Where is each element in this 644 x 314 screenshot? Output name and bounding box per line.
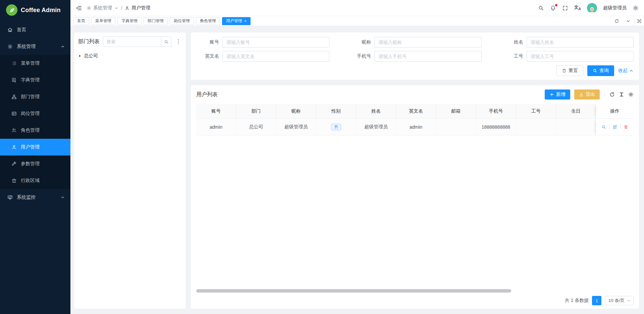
refresh-icon[interactable] bbox=[611, 16, 623, 26]
user-icon bbox=[125, 6, 129, 10]
column-header[interactable]: 手机号 bbox=[476, 104, 516, 119]
user-icon bbox=[11, 144, 17, 150]
nickname-input[interactable] bbox=[374, 37, 481, 48]
download-icon bbox=[579, 92, 584, 97]
tab-menu-mgmt[interactable]: 菜单管理 bbox=[91, 17, 115, 25]
column-header[interactable]: 邮箱 bbox=[436, 104, 476, 119]
avatar[interactable] bbox=[587, 3, 597, 13]
tab-role-mgmt[interactable]: 角色管理 bbox=[196, 17, 220, 25]
tabbar: 首页 菜单管理 字典管理 部门管理 岗位管理 角色管理 用户管理 × bbox=[70, 16, 644, 26]
column-header[interactable]: 工号 bbox=[516, 104, 556, 119]
collapse-toggle[interactable]: 收起 bbox=[618, 68, 634, 74]
table-refresh-icon[interactable] bbox=[609, 92, 615, 97]
more-options-icon[interactable]: ⋮ bbox=[175, 39, 182, 45]
edit-icon[interactable] bbox=[612, 125, 617, 129]
english-name-input[interactable] bbox=[222, 51, 329, 62]
column-header[interactable]: 生日 bbox=[556, 104, 596, 119]
sidebar-item-label: 部门管理 bbox=[21, 94, 40, 100]
tab-dept-mgmt[interactable]: 部门管理 bbox=[144, 17, 168, 25]
cell-email bbox=[436, 119, 476, 135]
wrench-icon bbox=[11, 161, 17, 167]
page-number-button[interactable]: 1 bbox=[592, 296, 601, 305]
chevron-down-icon bbox=[627, 299, 631, 303]
query-button[interactable]: 查询 bbox=[587, 65, 614, 76]
topbar: 系统管理 / 用户管理 文 bbox=[70, 0, 644, 16]
caret-right-icon[interactable] bbox=[78, 54, 82, 58]
user-list-title: 用户列表 bbox=[196, 91, 218, 98]
tab-home[interactable]: 首页 bbox=[73, 17, 89, 25]
column-header[interactable]: 性别 bbox=[316, 104, 356, 119]
trash-icon bbox=[562, 68, 567, 73]
add-user-button[interactable]: 新增 bbox=[545, 89, 570, 100]
query-label: 查询 bbox=[599, 68, 609, 74]
search-icon[interactable] bbox=[538, 5, 544, 11]
column-header[interactable]: 账号 bbox=[196, 104, 236, 119]
sidebar-item-menu-mgmt[interactable]: 菜单管理 bbox=[0, 55, 70, 72]
name-input[interactable] bbox=[527, 37, 634, 48]
field-label: 账号 bbox=[196, 39, 222, 45]
cell-english-name: admin bbox=[396, 119, 436, 135]
breadcrumb-separator: / bbox=[121, 5, 122, 11]
sidebar-item-home[interactable]: 首页 bbox=[0, 21, 70, 38]
department-search-button[interactable] bbox=[161, 37, 171, 47]
tree-node-root[interactable]: 总公司 bbox=[78, 52, 182, 60]
table-toolbar: 新增 导出 bbox=[545, 89, 634, 100]
app-logo: Coffee Admin bbox=[0, 0, 70, 20]
page-size-select[interactable]: 10 条/页 bbox=[605, 296, 634, 305]
cell-work-no bbox=[516, 119, 556, 135]
reset-label: 重置 bbox=[569, 68, 578, 74]
sidebar-item-user-mgmt[interactable]: 用户管理 bbox=[0, 139, 70, 155]
tab-label: 岗位管理 bbox=[174, 18, 190, 24]
column-header[interactable]: 部门 bbox=[236, 104, 276, 119]
notification-badge bbox=[555, 4, 557, 6]
user-list-header: 用户列表 新增 导出 bbox=[196, 89, 634, 100]
sidebar-item-role-mgmt[interactable]: 角色管理 bbox=[0, 122, 70, 139]
tab-dict-mgmt[interactable]: 字典管理 bbox=[117, 17, 142, 25]
column-header[interactable]: 姓名 bbox=[356, 104, 396, 119]
content-maximize-icon[interactable] bbox=[634, 16, 644, 26]
scrollbar-thumb[interactable] bbox=[196, 289, 511, 293]
cell-nickname: 超级管理员 bbox=[276, 119, 316, 135]
work-no-input[interactable] bbox=[527, 51, 634, 62]
tabs-dropdown-chevron-icon[interactable] bbox=[623, 16, 634, 26]
cell-birthday bbox=[556, 119, 596, 135]
field-english-name: 英文名 bbox=[196, 51, 329, 62]
sidebar-item-system[interactable]: 系统管理 bbox=[0, 38, 70, 55]
field-nickname: 昵称 bbox=[348, 37, 481, 48]
notification-bell-icon[interactable] bbox=[550, 5, 556, 11]
current-user-name[interactable]: 超级管理员 bbox=[603, 5, 627, 11]
table-row[interactable]: admin 总公司 超级管理员 男 超级管理员 admin 1888888888… bbox=[196, 119, 634, 135]
view-icon[interactable] bbox=[601, 125, 606, 129]
account-input[interactable] bbox=[222, 37, 329, 48]
column-header[interactable]: 昵称 bbox=[276, 104, 316, 119]
sidebar-item-post-mgmt[interactable]: 岗位管理 bbox=[0, 105, 70, 122]
breadcrumb-section[interactable]: 系统管理 bbox=[87, 5, 119, 11]
sidebar: Coffee Admin 首页 系统管理 菜单管理 字典管理 bbox=[0, 0, 70, 314]
close-icon[interactable]: × bbox=[244, 19, 247, 23]
delete-icon[interactable] bbox=[624, 125, 628, 129]
app-root: Coffee Admin 首页 系统管理 菜单管理 字典管理 bbox=[0, 0, 644, 314]
translate-icon[interactable]: 文A bbox=[574, 5, 581, 11]
sidebar-fold-icon[interactable] bbox=[76, 5, 82, 11]
column-header[interactable]: 英文名 bbox=[396, 104, 436, 119]
tab-user-mgmt[interactable]: 用户管理 × bbox=[222, 17, 251, 25]
sidebar-item-monitor[interactable]: 系统监控 bbox=[0, 189, 70, 206]
sidebar-item-param-mgmt[interactable]: 参数管理 bbox=[0, 155, 70, 172]
reset-button[interactable]: 重置 bbox=[556, 65, 583, 76]
settings-gear-icon[interactable] bbox=[633, 5, 639, 11]
fullscreen-icon[interactable] bbox=[562, 5, 568, 11]
org-chart-icon bbox=[11, 94, 17, 100]
sidebar-item-dept-mgmt[interactable]: 部门管理 bbox=[0, 88, 70, 105]
tabbar-controls bbox=[611, 16, 644, 26]
tab-label: 首页 bbox=[77, 18, 85, 24]
home-icon bbox=[7, 27, 13, 33]
sidebar-item-admin-region[interactable]: 行政区域 bbox=[0, 172, 70, 189]
export-button[interactable]: 导出 bbox=[574, 89, 600, 100]
topbar-actions: 文A 超级管理员 bbox=[538, 3, 639, 13]
sidebar-item-label: 字典管理 bbox=[21, 77, 40, 83]
tab-post-mgmt[interactable]: 岗位管理 bbox=[170, 17, 194, 25]
column-settings-gear-icon[interactable] bbox=[628, 92, 634, 97]
row-height-icon[interactable] bbox=[619, 92, 624, 97]
sidebar-item-dict-mgmt[interactable]: 字典管理 bbox=[0, 72, 70, 88]
phone-input[interactable] bbox=[374, 51, 481, 62]
